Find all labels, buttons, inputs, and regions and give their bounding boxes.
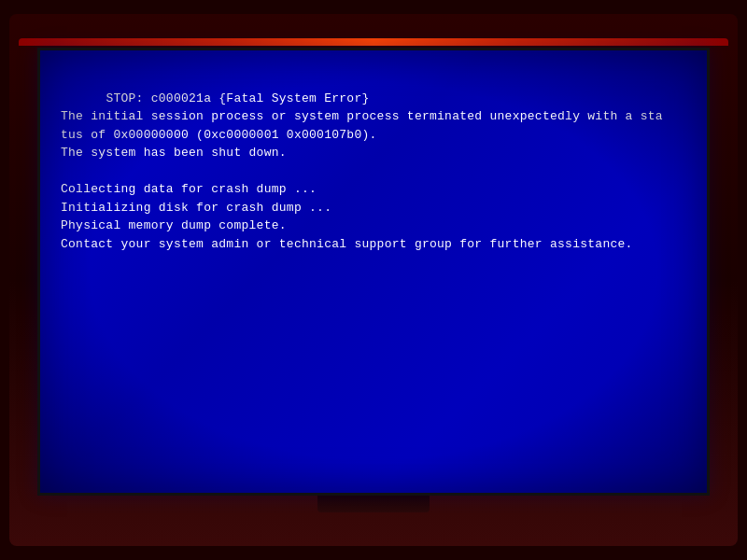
bsod-line-session: The initial session process or system pr… xyxy=(61,109,663,123)
bsod-line-shutdown: The system has been shut down. xyxy=(61,146,287,160)
monitor: STOP: c000021a {Fatal System Error} The … xyxy=(9,14,738,546)
monitor-stand xyxy=(317,496,430,512)
bsod-line-memory: Physical memory dump complete. xyxy=(61,218,287,232)
bsod-line-collecting: Collecting data for crash dump ... xyxy=(61,182,317,196)
bsod-line-stop: STOP: c000021a {Fatal System Error} xyxy=(106,91,369,105)
bsod-line-status: tus of 0x00000000 (0xc0000001 0x000107b0… xyxy=(61,128,377,142)
bsod-content: STOP: c000021a {Fatal System Error} The … xyxy=(61,71,686,272)
bsod-line-initializing: Initializing disk for crash dump ... xyxy=(61,201,331,215)
monitor-top-bar xyxy=(19,38,728,46)
bsod-screen: STOP: c000021a {Fatal System Error} The … xyxy=(37,48,710,496)
bsod-line-contact: Contact your system admin or technical s… xyxy=(61,237,633,251)
